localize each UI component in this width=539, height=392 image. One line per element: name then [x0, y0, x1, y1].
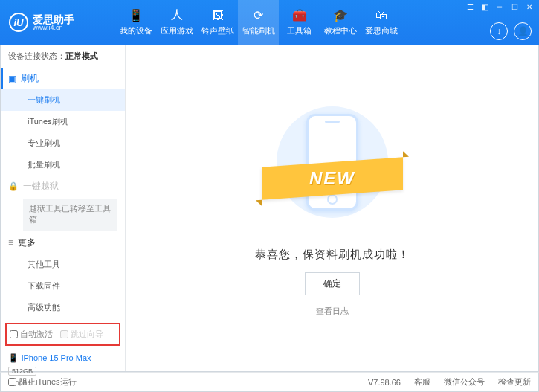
device-icon: 📱 — [129, 9, 143, 22]
nav-apps[interactable]: 人应用游戏 — [156, 0, 197, 45]
section-more[interactable]: ≡ 更多 — [1, 232, 125, 254]
sidebar-item-other[interactable]: 其他工具 — [1, 254, 125, 275]
apps-icon: 人 — [171, 9, 183, 22]
version-label: V7.98.66 — [368, 378, 401, 387]
auto-activate-checkbox[interactable]: 自动激活 — [10, 329, 53, 340]
skip-wizard-checkbox[interactable]: 跳过向导 — [60, 329, 103, 340]
section-jailbreak: 🔒 一键越狱 — [1, 176, 125, 197]
skin-icon[interactable]: ◧ — [480, 3, 490, 11]
top-nav: 📱我的设备 人应用游戏 🖼铃声壁纸 ⟳智能刷机 🧰工具箱 🎓教程中心 🛍爱思商城 — [115, 0, 401, 45]
nav-store[interactable]: 🛍爱思商城 — [361, 0, 401, 45]
store-icon: 🛍 — [375, 9, 387, 22]
nav-ringtones[interactable]: 🖼铃声壁纸 — [197, 0, 238, 45]
ok-button[interactable]: 确定 — [305, 272, 360, 295]
sidebar-item-batch[interactable]: 批量刷机 — [1, 154, 125, 176]
logo-icon: iU — [9, 13, 28, 32]
titlebar: iU 爱思助手 www.i4.cn 📱我的设备 人应用游戏 🖼铃声壁纸 ⟳智能刷… — [0, 0, 539, 45]
device-capacity: 512GB — [8, 367, 36, 376]
success-message: 恭喜您，保资料刷机成功啦！ — [255, 248, 410, 262]
footer-update[interactable]: 检查更新 — [498, 376, 531, 388]
content-area: 设备连接状态：正常模式 ▣ 刷机 一键刷机 iTunes刷机 专业刷机 批量刷机… — [0, 45, 539, 372]
app-url: www.i4.cn — [33, 25, 74, 31]
block-itunes-checkbox[interactable]: 阻止iTunes运行 — [8, 376, 77, 388]
tutorial-icon: 🎓 — [333, 9, 348, 22]
more-icon: ≡ — [8, 237, 13, 248]
menu-icon[interactable]: ☰ — [465, 3, 475, 11]
options-highlight-box: 自动激活 跳过向导 — [5, 323, 120, 346]
sidebar-item-itunes[interactable]: iTunes刷机 — [1, 111, 125, 132]
app-logo: iU 爱思助手 www.i4.cn — [0, 13, 115, 32]
nav-flash[interactable]: ⟳智能刷机 — [238, 0, 279, 45]
download-button[interactable]: ↓ — [490, 22, 508, 40]
app-name: 爱思助手 — [33, 14, 74, 25]
nav-toolbox[interactable]: 🧰工具箱 — [279, 0, 320, 45]
user-button[interactable]: 👤 — [514, 22, 532, 40]
nav-my-device[interactable]: 📱我的设备 — [115, 0, 156, 45]
flash-section-icon: ▣ — [8, 74, 16, 84]
main-panel: NEW 恭喜您，保资料刷机成功啦！ 确定 查看日志 — [126, 45, 538, 371]
sidebar-item-pro[interactable]: 专业刷机 — [1, 132, 125, 154]
toolbox-icon: 🧰 — [292, 9, 307, 22]
phone-icon: 📱 — [8, 353, 19, 363]
section-flash[interactable]: ▣ 刷机 — [1, 68, 125, 89]
flash-icon: ⟳ — [254, 9, 263, 22]
maximize-icon[interactable]: ☐ — [509, 3, 520, 11]
minimize-icon[interactable]: ━ — [494, 3, 505, 11]
device-name[interactable]: 📱 iPhone 15 Pro Max — [8, 353, 117, 363]
titlebar-actions: ↓ 👤 — [490, 22, 532, 40]
connection-status: 设备连接状态：正常模式 — [1, 45, 125, 68]
sidebar-item-advanced[interactable]: 高级功能 — [1, 297, 125, 318]
lock-icon: 🔒 — [8, 181, 19, 191]
sidebar-item-download[interactable]: 下载固件 — [1, 275, 125, 297]
sidebar: 设备连接状态：正常模式 ▣ 刷机 一键刷机 iTunes刷机 专业刷机 批量刷机… — [1, 45, 126, 371]
footer-wechat[interactable]: 微信公众号 — [444, 376, 485, 388]
jailbreak-note: 越狱工具已转移至工具箱 — [23, 199, 117, 231]
sidebar-item-onekey[interactable]: 一键刷机 — [1, 89, 125, 111]
success-illustration: NEW — [269, 99, 396, 233]
ringtone-icon: 🖼 — [212, 9, 224, 22]
nav-tutorials[interactable]: 🎓教程中心 — [320, 0, 361, 45]
view-log-link[interactable]: 查看日志 — [316, 306, 349, 317]
footer-service[interactable]: 客服 — [414, 376, 430, 388]
close-icon[interactable]: ✕ — [524, 3, 535, 11]
window-controls: ☰ ◧ ━ ☐ ✕ — [465, 3, 535, 11]
